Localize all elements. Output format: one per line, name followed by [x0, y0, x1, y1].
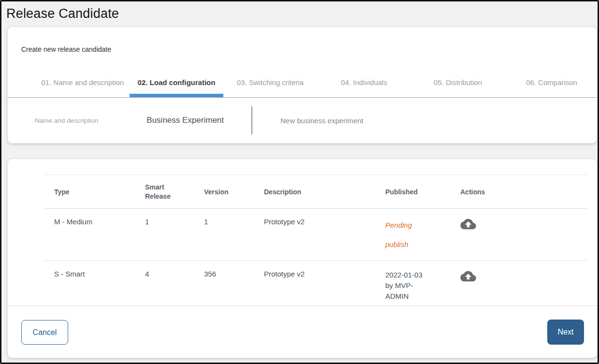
- cell-version: 1: [204, 209, 264, 261]
- table-row: M - Medium 1 1 Prototype v2 Pending publ…: [44, 209, 587, 261]
- tab-load-configuration[interactable]: 02. Load configuration: [130, 72, 223, 97]
- active-tab-underline: [130, 94, 223, 97]
- cell-smart-release: 1: [145, 209, 204, 261]
- page-title: Release Candidate: [6, 6, 119, 21]
- wizard-subtitle: Create new release candidate: [21, 45, 111, 53]
- publish-button[interactable]: [460, 218, 476, 231]
- column-header-type: Type: [44, 175, 145, 209]
- cell-actions: [460, 209, 587, 261]
- wizard-card: Create new release candidate 01. Name an…: [7, 27, 597, 144]
- cell-description: Prototype v2: [264, 261, 385, 306]
- table-row: S - Smart 4 356 Prototype v2 2022-01-03 …: [44, 261, 587, 306]
- cloud-upload-icon: [460, 270, 476, 283]
- cell-smart-release: 4: [145, 261, 204, 306]
- cell-type: S - Smart: [44, 261, 145, 306]
- configuration-table: Type Smart Release Version Description P…: [44, 175, 587, 306]
- tab-distribution[interactable]: 05. Distribution: [411, 72, 505, 97]
- tab-name-and-description[interactable]: 01. Name and description: [36, 72, 130, 97]
- wizard-tabbar: 01. Name and description 02. Load config…: [36, 72, 599, 97]
- subtab-new-business-experiment[interactable]: New business experiment: [280, 116, 364, 125]
- column-header-actions: Actions: [460, 175, 587, 209]
- column-header-description: Description: [264, 175, 385, 209]
- cell-published: Pending publish: [385, 209, 460, 261]
- subtab-row: Name and description Business Experiment…: [8, 98, 597, 143]
- tab-individuals[interactable]: 04. Individuals: [317, 72, 411, 97]
- cell-published: 2022-01-03 by MVP-ADMIN: [385, 261, 460, 306]
- column-header-version: Version: [204, 175, 264, 209]
- subtab-divider: [251, 106, 252, 134]
- cancel-button[interactable]: Cancel: [21, 320, 68, 345]
- footer-divider: [8, 306, 597, 306]
- table-header-row: Type Smart Release Version Description P…: [44, 175, 587, 209]
- cell-version: 356: [204, 261, 264, 306]
- next-button[interactable]: Next: [547, 320, 584, 345]
- configuration-card: Type Smart Release Version Description P…: [7, 159, 597, 358]
- publish-button[interactable]: [460, 270, 476, 283]
- subtab-business-experiment[interactable]: Business Experiment: [146, 116, 224, 125]
- subtab-name-and-description[interactable]: Name and description: [35, 117, 98, 124]
- cell-type: M - Medium: [44, 209, 145, 261]
- cell-actions: [460, 261, 587, 306]
- pending-publish-status: Pending publish: [385, 216, 432, 254]
- cell-description: Prototype v2: [264, 209, 385, 261]
- column-header-published: Published: [385, 175, 460, 209]
- tab-comparison[interactable]: 06. Comparison: [505, 72, 599, 97]
- tab-switching-criteria[interactable]: 03. Switching criteria: [223, 72, 317, 97]
- published-date: 2022-01-03 by MVP-ADMIN: [385, 270, 432, 302]
- column-header-smart-release: Smart Release: [145, 175, 204, 209]
- cloud-upload-icon: [460, 218, 476, 231]
- app-window: Release Candidate Create new release can…: [0, 0, 599, 364]
